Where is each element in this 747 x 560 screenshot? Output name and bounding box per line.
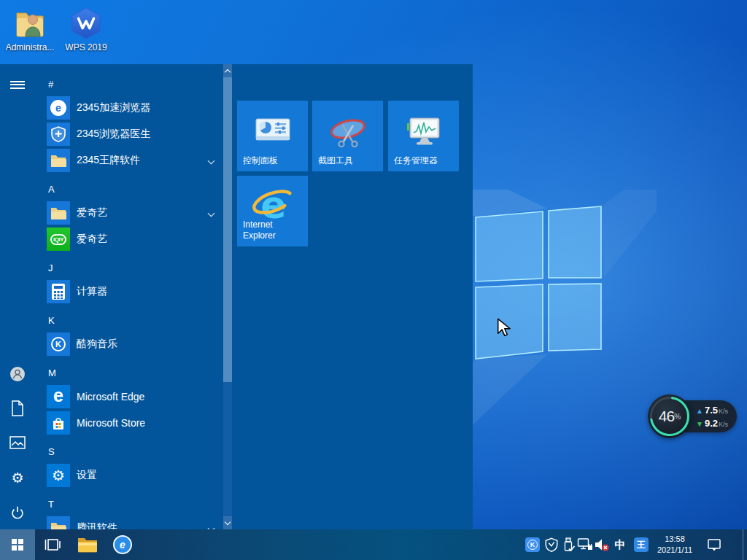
tray-security-shield-icon[interactable] xyxy=(543,529,560,560)
rail-documents-button[interactable] xyxy=(9,400,26,417)
rail-pictures-button[interactable] xyxy=(9,434,26,451)
upload-speed-row: ▲ 7.5 K/s xyxy=(696,405,737,416)
folder-icon xyxy=(47,201,70,225)
clock-time: 13:58 xyxy=(665,534,685,545)
app-item-2345-doctor[interactable]: 2345浏览器医生 xyxy=(35,121,223,147)
pictures-icon xyxy=(9,436,26,450)
section-header[interactable]: M xyxy=(35,362,223,384)
scrollbar-thumb[interactable] xyxy=(223,77,232,382)
hamburger-icon xyxy=(10,79,25,90)
usb-device-icon xyxy=(562,537,576,553)
start-menu-panel: ⚙ # e 2345加速浏览器 2345浏览器医生 xyxy=(0,64,473,529)
rail-power-button[interactable] xyxy=(9,504,26,521)
app-folder-iqiyi[interactable]: 爱奇艺 xyxy=(35,200,223,226)
speaker-mute-icon xyxy=(594,537,610,552)
tray-kugou-icon[interactable]: K xyxy=(524,529,541,560)
menu-hamburger-button[interactable] xyxy=(9,76,26,93)
app-item-settings[interactable]: ⚙ 设置 xyxy=(35,462,223,489)
iqiyi-icon: iQIY xyxy=(47,228,70,251)
clock-date: 2021/1/11 xyxy=(657,545,692,556)
section-header[interactable]: # xyxy=(35,73,223,95)
tile-snipping-tool[interactable]: 截图工具 xyxy=(312,101,383,171)
tile-internet-explorer[interactable]: e Internet Explorer xyxy=(237,176,308,246)
section-header[interactable]: J xyxy=(35,257,223,279)
windows-logo-icon xyxy=(12,539,23,551)
start-menu-rail: ⚙ xyxy=(0,64,35,529)
control-panel-icon xyxy=(237,117,308,144)
tile-task-manager[interactable]: 任务管理器 xyxy=(388,101,459,171)
shield-icon xyxy=(544,537,559,552)
app-item-iqiyi[interactable]: iQIY 爱奇艺 xyxy=(35,226,223,252)
section-header[interactable]: K xyxy=(35,309,223,331)
chevron-down-icon[interactable] xyxy=(208,158,215,165)
app-item-microsoft-edge[interactable]: e Microsoft Edge xyxy=(35,384,223,410)
chevron-down-icon[interactable] xyxy=(208,210,215,217)
document-icon xyxy=(10,400,25,416)
app-folder-2345[interactable]: 2345王牌软件 xyxy=(35,147,223,174)
app-list-scrollbar[interactable] xyxy=(223,64,232,529)
user-avatar-icon xyxy=(9,366,26,382)
section-header[interactable]: T xyxy=(35,493,223,515)
start-menu-app-list: # e 2345加速浏览器 2345浏览器医生 2345王牌软件 A xyxy=(35,64,223,529)
action-center-icon xyxy=(707,538,721,552)
browser-2345-icon: e xyxy=(47,96,70,120)
gear-icon: ⚙ xyxy=(11,471,23,485)
section-header[interactable]: A xyxy=(35,178,223,200)
app-folder-tencent[interactable]: 腾讯软件 xyxy=(35,515,223,529)
task-manager-icon xyxy=(388,117,459,147)
calculator-icon xyxy=(47,280,70,303)
start-button[interactable] xyxy=(0,529,35,560)
taskbar: e K xyxy=(0,529,747,560)
tile-control-panel[interactable]: 控制面板 xyxy=(237,101,308,171)
rail-settings-button[interactable]: ⚙ xyxy=(9,469,26,486)
app-item-2345-browser[interactable]: e 2345加速浏览器 xyxy=(35,95,223,121)
upload-arrow-icon: ▲ xyxy=(696,407,705,415)
app-item-microsoft-store[interactable]: Microsoft Store xyxy=(35,410,223,436)
action-center-button[interactable] xyxy=(705,529,724,560)
store-icon xyxy=(47,411,70,435)
kugou-icon: K xyxy=(525,537,540,552)
desktop-icon-administrator[interactable]: Administra... xyxy=(1,6,58,53)
snipping-tool-icon xyxy=(312,117,383,150)
power-icon xyxy=(9,505,26,521)
rail-user-button[interactable] xyxy=(9,365,26,383)
section-header[interactable]: S xyxy=(35,440,223,462)
app-item-kugou[interactable]: K 酷狗音乐 xyxy=(35,331,223,357)
wps-icon xyxy=(69,6,104,41)
tray-network-icon[interactable] xyxy=(576,529,594,560)
edge-icon: e xyxy=(47,385,70,408)
ethernet-network-icon xyxy=(577,537,593,552)
kugou-icon: K xyxy=(47,332,70,356)
download-arrow-icon: ▼ xyxy=(696,420,705,428)
file-explorer-icon xyxy=(77,537,98,553)
app-item-calculator[interactable]: 计算器 xyxy=(35,279,223,305)
show-desktop-button[interactable] xyxy=(743,529,747,560)
desktop-icon-label: WPS 2019 xyxy=(58,43,115,53)
chevron-down-icon xyxy=(225,518,231,524)
folder-icon xyxy=(47,149,70,172)
browser-2345-icon: e xyxy=(113,535,132,554)
scroll-down-button[interactable] xyxy=(223,516,232,529)
administrator-folder-icon xyxy=(12,6,47,41)
desktop-icon-wps-2019[interactable]: WPS 2019 xyxy=(58,6,115,53)
start-menu-tiles: 控制面板 截图工具 xyxy=(233,64,473,529)
tray-ime-indicator[interactable]: 中 xyxy=(611,529,629,560)
taskbar-clock[interactable]: 13:58 2021/1/11 xyxy=(646,529,703,560)
download-speed-row: ▼ 9.2 K/s xyxy=(696,418,737,429)
desktop-icon-label: Administra... xyxy=(1,43,58,53)
file-explorer-button[interactable] xyxy=(73,529,102,560)
folder-icon xyxy=(47,516,70,529)
memory-percent-circle[interactable]: 46% xyxy=(648,394,692,438)
progress-ring xyxy=(648,394,692,438)
shield-plus-icon xyxy=(47,122,70,146)
settings-gear-icon: ⚙ xyxy=(47,464,70,487)
mouse-cursor xyxy=(497,318,514,337)
scroll-up-button[interactable] xyxy=(223,64,232,77)
tray-volume-muted-icon[interactable] xyxy=(593,529,611,560)
chevron-up-icon xyxy=(225,69,231,74)
browser-2345-taskbar-button[interactable]: e xyxy=(108,529,137,560)
task-view-icon xyxy=(44,537,61,553)
task-view-button[interactable] xyxy=(38,529,67,560)
tray-usb-icon[interactable] xyxy=(560,529,578,560)
network-speed-widget[interactable]: ▲ 7.5 K/s ▼ 9.2 K/s 46% xyxy=(648,394,741,438)
